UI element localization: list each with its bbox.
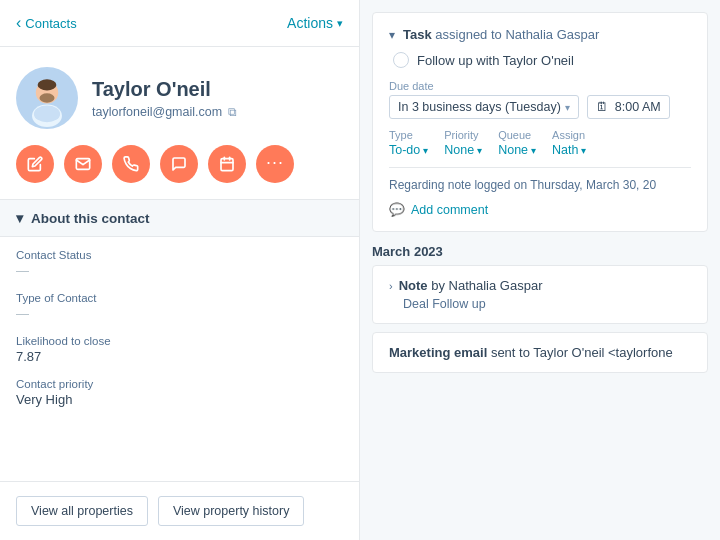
contact-info: Taylor O'neil taylorfoneil@gmail.com ⧉	[92, 77, 237, 119]
property-value-likelihood: 7.87	[16, 349, 343, 364]
priority-select[interactable]: None	[444, 143, 482, 157]
note-activity-subtitle: Deal Follow up	[389, 297, 691, 311]
assignee-label: Assign	[552, 129, 586, 141]
queue-label: Queue	[498, 129, 536, 141]
note-activity-header: › Note by Nathalia Gaspar	[389, 278, 691, 293]
time-value: 8:00 AM	[615, 100, 661, 114]
property-label-likelihood: Likelihood to close	[16, 335, 343, 347]
svg-point-3	[40, 93, 55, 102]
chat-button[interactable]	[160, 145, 198, 183]
copy-icon[interactable]: ⧉	[228, 105, 237, 119]
time-input[interactable]: 🗓 8:00 AM	[587, 95, 670, 119]
property-label-priority: Contact priority	[16, 378, 343, 390]
property-value-contact-status: —	[16, 263, 343, 278]
note-expand-icon[interactable]: ›	[389, 280, 393, 292]
type-col: Type To-do	[389, 129, 428, 157]
task-header: ▾ Task assigned to Nathalia Gaspar	[389, 27, 691, 42]
property-priority: Contact priority Very High	[16, 378, 343, 407]
contact-header: Taylor O'neil taylorfoneil@gmail.com ⧉	[0, 47, 359, 145]
property-label-type: Type of Contact	[16, 292, 343, 304]
svg-point-4	[38, 79, 57, 90]
edit-button[interactable]	[16, 145, 54, 183]
email-button[interactable]	[64, 145, 102, 183]
contacts-back-link[interactable]: Contacts	[16, 14, 77, 32]
chevron-down-icon: ▾	[16, 210, 23, 226]
add-comment-button[interactable]: 💬 Add comment	[389, 202, 691, 217]
queue-col: Queue None	[498, 129, 536, 157]
due-date-row: In 3 business days (Tuesday) 🗓 8:00 AM	[389, 95, 691, 119]
task-note-text: Regarding note logged on Thursday, March…	[389, 167, 691, 192]
avatar	[16, 67, 78, 129]
calendar-icon: 🗓	[596, 100, 609, 114]
due-date-select[interactable]: In 3 business days (Tuesday)	[389, 95, 579, 119]
action-icons: ···	[0, 145, 359, 199]
month-divider: March 2023	[360, 232, 720, 265]
top-bar: Contacts Actions	[0, 0, 359, 47]
contact-email-row: taylorfoneil@gmail.com ⧉	[92, 105, 237, 119]
marketing-activity-title: Marketing email sent to Taylor O'neil <t…	[389, 345, 691, 360]
property-value-type: —	[16, 306, 343, 321]
calendar-button[interactable]	[208, 145, 246, 183]
task-assigned-to: assigned to Nathalia Gaspar	[435, 27, 599, 42]
meta-row: Type To-do Priority None Queue None Assi…	[389, 129, 691, 157]
svg-point-5	[34, 105, 60, 122]
bottom-buttons: View all properties View property histor…	[0, 481, 359, 540]
priority-label: Priority	[444, 129, 482, 141]
due-date-label: Due date	[389, 80, 691, 92]
add-comment-label: Add comment	[411, 203, 488, 217]
task-card: ▾ Task assigned to Nathalia Gaspar Follo…	[372, 12, 708, 232]
note-activity-card: › Note by Nathalia Gaspar Deal Follow up	[372, 265, 708, 324]
view-property-history-button[interactable]: View property history	[158, 496, 305, 526]
note-activity-title: Note by Nathalia Gaspar	[399, 278, 543, 293]
comment-icon: 💬	[389, 202, 405, 217]
due-date-field: Due date In 3 business days (Tuesday) 🗓 …	[389, 80, 691, 119]
queue-select[interactable]: None	[498, 143, 536, 157]
property-type-of-contact: Type of Contact —	[16, 292, 343, 321]
property-likelihood: Likelihood to close 7.87	[16, 335, 343, 364]
actions-button[interactable]: Actions	[287, 15, 343, 31]
type-select[interactable]: To-do	[389, 143, 428, 157]
svg-rect-6	[221, 159, 233, 171]
task-collapse-icon[interactable]: ▾	[389, 28, 395, 42]
contact-name: Taylor O'neil	[92, 77, 237, 101]
assignee-col: Assign Nath	[552, 129, 586, 157]
priority-col: Priority None	[444, 129, 482, 157]
phone-button[interactable]	[112, 145, 150, 183]
marketing-activity-card: Marketing email sent to Taylor O'neil <t…	[372, 332, 708, 373]
task-title: Task assigned to Nathalia Gaspar	[403, 27, 599, 42]
properties-list: Contact Status — Type of Contact — Likel…	[0, 237, 359, 419]
view-all-properties-button[interactable]: View all properties	[16, 496, 148, 526]
about-section-header[interactable]: ▾ About this contact	[0, 199, 359, 237]
more-button[interactable]: ···	[256, 145, 294, 183]
right-panel: ▾ Task assigned to Nathalia Gaspar Follo…	[360, 0, 720, 540]
assignee-select[interactable]: Nath	[552, 143, 586, 157]
type-label: Type	[389, 129, 428, 141]
property-value-priority: Very High	[16, 392, 343, 407]
task-item: Follow up with Taylor O'neil	[389, 52, 691, 68]
about-section-title: About this contact	[31, 211, 150, 226]
task-text: Follow up with Taylor O'neil	[417, 53, 574, 68]
property-contact-status: Contact Status —	[16, 249, 343, 278]
left-panel: Contacts Actions Taylor O'neil	[0, 0, 360, 540]
task-checkbox[interactable]	[393, 52, 409, 68]
contact-email: taylorfoneil@gmail.com	[92, 105, 222, 119]
property-label-contact-status: Contact Status	[16, 249, 343, 261]
